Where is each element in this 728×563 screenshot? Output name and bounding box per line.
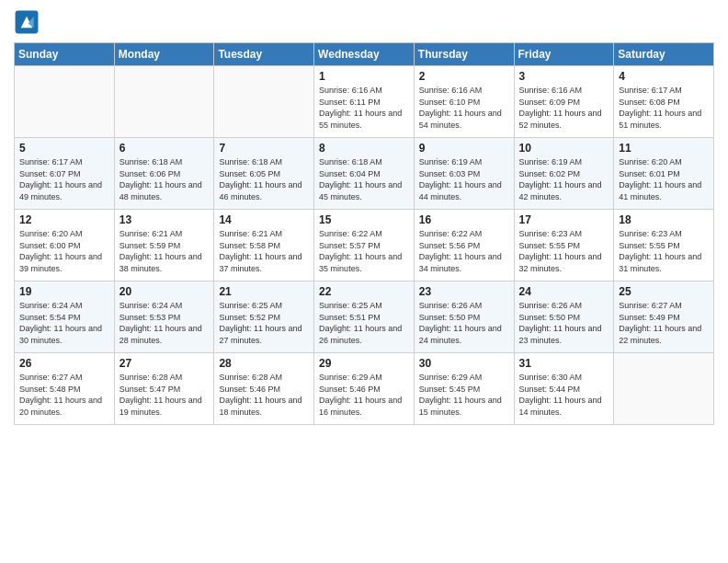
calendar-cell: 8Sunrise: 6:18 AMSunset: 6:04 PMDaylight… xyxy=(314,138,415,210)
day-number: 27 xyxy=(119,357,210,370)
cell-info: Sunrise: 6:22 AMSunset: 5:57 PMDaylight:… xyxy=(319,228,409,274)
calendar-cell: 31Sunrise: 6:30 AMSunset: 5:44 PMDayligh… xyxy=(514,353,614,425)
day-number: 30 xyxy=(419,357,509,370)
calendar-cell: 14Sunrise: 6:21 AMSunset: 5:58 PMDayligh… xyxy=(214,210,314,282)
cell-info: Sunrise: 6:24 AMSunset: 5:54 PMDaylight:… xyxy=(19,300,109,346)
calendar-cell: 3Sunrise: 6:16 AMSunset: 6:09 PMDaylight… xyxy=(514,66,614,138)
cell-info: Sunrise: 6:26 AMSunset: 5:50 PMDaylight:… xyxy=(419,300,509,346)
cell-info: Sunrise: 6:28 AMSunset: 5:46 PMDaylight:… xyxy=(219,372,309,418)
calendar-cell xyxy=(15,66,115,138)
day-number: 29 xyxy=(319,357,409,370)
day-number: 1 xyxy=(319,70,409,83)
calendar-cell: 27Sunrise: 6:28 AMSunset: 5:47 PMDayligh… xyxy=(114,353,214,425)
weekday-header-tuesday: Tuesday xyxy=(214,43,314,66)
cell-info: Sunrise: 6:18 AMSunset: 6:06 PMDaylight:… xyxy=(119,156,210,202)
calendar-cell: 20Sunrise: 6:24 AMSunset: 5:53 PMDayligh… xyxy=(114,282,214,353)
cell-info: Sunrise: 6:16 AMSunset: 6:11 PMDaylight:… xyxy=(319,85,409,131)
day-number: 11 xyxy=(619,142,709,155)
cell-info: Sunrise: 6:17 AMSunset: 6:07 PMDaylight:… xyxy=(19,156,109,202)
day-number: 9 xyxy=(419,142,509,155)
calendar-cell: 10Sunrise: 6:19 AMSunset: 6:02 PMDayligh… xyxy=(514,138,614,210)
cell-info: Sunrise: 6:19 AMSunset: 6:03 PMDaylight:… xyxy=(419,156,509,202)
cell-info: Sunrise: 6:26 AMSunset: 5:50 PMDaylight:… xyxy=(519,300,609,346)
day-number: 23 xyxy=(419,285,509,298)
calendar-cell: 26Sunrise: 6:27 AMSunset: 5:48 PMDayligh… xyxy=(15,353,115,425)
calendar-cell: 29Sunrise: 6:29 AMSunset: 5:46 PMDayligh… xyxy=(314,353,415,425)
day-number: 17 xyxy=(519,213,609,226)
cell-info: Sunrise: 6:23 AMSunset: 5:55 PMDaylight:… xyxy=(519,228,609,274)
day-number: 21 xyxy=(219,285,309,298)
calendar-cell: 13Sunrise: 6:21 AMSunset: 5:59 PMDayligh… xyxy=(114,210,214,282)
page: SundayMondayTuesdayWednesdayThursdayFrid… xyxy=(0,0,728,563)
calendar-cell xyxy=(614,353,714,425)
weekday-header-sunday: Sunday xyxy=(15,43,115,66)
day-number: 4 xyxy=(619,70,709,83)
weekday-header-friday: Friday xyxy=(514,43,614,66)
day-number: 14 xyxy=(219,213,309,226)
cell-info: Sunrise: 6:30 AMSunset: 5:44 PMDaylight:… xyxy=(519,372,609,418)
cell-info: Sunrise: 6:23 AMSunset: 5:55 PMDaylight:… xyxy=(619,228,709,274)
cell-info: Sunrise: 6:24 AMSunset: 5:53 PMDaylight:… xyxy=(119,300,210,346)
day-number: 15 xyxy=(319,213,409,226)
header xyxy=(14,9,714,35)
calendar-cell: 11Sunrise: 6:20 AMSunset: 6:01 PMDayligh… xyxy=(614,138,714,210)
day-number: 13 xyxy=(119,213,210,226)
logo xyxy=(14,9,43,35)
calendar-cell: 12Sunrise: 6:20 AMSunset: 6:00 PMDayligh… xyxy=(15,210,115,282)
calendar-cell xyxy=(114,66,214,138)
calendar-cell: 17Sunrise: 6:23 AMSunset: 5:55 PMDayligh… xyxy=(514,210,614,282)
day-number: 24 xyxy=(519,285,609,298)
day-number: 25 xyxy=(619,285,709,298)
calendar-body: 1Sunrise: 6:16 AMSunset: 6:11 PMDaylight… xyxy=(15,66,714,425)
cell-info: Sunrise: 6:21 AMSunset: 5:59 PMDaylight:… xyxy=(119,228,210,274)
cell-info: Sunrise: 6:28 AMSunset: 5:47 PMDaylight:… xyxy=(119,372,210,418)
day-number: 7 xyxy=(219,142,309,155)
day-number: 31 xyxy=(519,357,609,370)
calendar-week-1: 1Sunrise: 6:16 AMSunset: 6:11 PMDaylight… xyxy=(15,66,714,138)
cell-info: Sunrise: 6:29 AMSunset: 5:46 PMDaylight:… xyxy=(319,372,409,418)
day-number: 22 xyxy=(319,285,409,298)
day-number: 28 xyxy=(219,357,309,370)
calendar-cell: 9Sunrise: 6:19 AMSunset: 6:03 PMDaylight… xyxy=(414,138,514,210)
cell-info: Sunrise: 6:21 AMSunset: 5:58 PMDaylight:… xyxy=(219,228,309,274)
calendar-table: SundayMondayTuesdayWednesdayThursdayFrid… xyxy=(14,42,714,425)
calendar-cell: 30Sunrise: 6:29 AMSunset: 5:45 PMDayligh… xyxy=(414,353,514,425)
day-number: 16 xyxy=(419,213,509,226)
cell-info: Sunrise: 6:20 AMSunset: 6:01 PMDaylight:… xyxy=(619,156,709,202)
day-number: 8 xyxy=(319,142,409,155)
cell-info: Sunrise: 6:25 AMSunset: 5:51 PMDaylight:… xyxy=(319,300,409,346)
calendar-cell: 7Sunrise: 6:18 AMSunset: 6:05 PMDaylight… xyxy=(214,138,314,210)
calendar-week-3: 12Sunrise: 6:20 AMSunset: 6:00 PMDayligh… xyxy=(15,210,714,282)
cell-info: Sunrise: 6:25 AMSunset: 5:52 PMDaylight:… xyxy=(219,300,309,346)
calendar-header-row: SundayMondayTuesdayWednesdayThursdayFrid… xyxy=(15,43,714,66)
calendar-cell xyxy=(214,66,314,138)
day-number: 18 xyxy=(619,213,709,226)
day-number: 6 xyxy=(119,142,210,155)
calendar-cell: 2Sunrise: 6:16 AMSunset: 6:10 PMDaylight… xyxy=(414,66,514,138)
day-number: 10 xyxy=(519,142,609,155)
weekday-header-wednesday: Wednesday xyxy=(314,43,415,66)
day-number: 5 xyxy=(19,142,109,155)
calendar-cell: 24Sunrise: 6:26 AMSunset: 5:50 PMDayligh… xyxy=(514,282,614,353)
day-number: 12 xyxy=(19,213,109,226)
calendar-week-5: 26Sunrise: 6:27 AMSunset: 5:48 PMDayligh… xyxy=(15,353,714,425)
day-number: 19 xyxy=(19,285,109,298)
calendar-cell: 21Sunrise: 6:25 AMSunset: 5:52 PMDayligh… xyxy=(214,282,314,353)
cell-info: Sunrise: 6:27 AMSunset: 5:48 PMDaylight:… xyxy=(19,372,109,418)
weekday-header-thursday: Thursday xyxy=(414,43,514,66)
calendar-cell: 5Sunrise: 6:17 AMSunset: 6:07 PMDaylight… xyxy=(15,138,115,210)
cell-info: Sunrise: 6:19 AMSunset: 6:02 PMDaylight:… xyxy=(519,156,609,202)
day-number: 3 xyxy=(519,70,609,83)
calendar-cell: 18Sunrise: 6:23 AMSunset: 5:55 PMDayligh… xyxy=(614,210,714,282)
calendar-cell: 28Sunrise: 6:28 AMSunset: 5:46 PMDayligh… xyxy=(214,353,314,425)
calendar-cell: 22Sunrise: 6:25 AMSunset: 5:51 PMDayligh… xyxy=(314,282,415,353)
cell-info: Sunrise: 6:16 AMSunset: 6:09 PMDaylight:… xyxy=(519,85,609,131)
calendar-cell: 25Sunrise: 6:27 AMSunset: 5:49 PMDayligh… xyxy=(614,282,714,353)
calendar-cell: 19Sunrise: 6:24 AMSunset: 5:54 PMDayligh… xyxy=(15,282,115,353)
calendar-cell: 4Sunrise: 6:17 AMSunset: 6:08 PMDaylight… xyxy=(614,66,714,138)
weekday-header-monday: Monday xyxy=(114,43,214,66)
calendar-cell: 23Sunrise: 6:26 AMSunset: 5:50 PMDayligh… xyxy=(414,282,514,353)
cell-info: Sunrise: 6:17 AMSunset: 6:08 PMDaylight:… xyxy=(619,85,709,131)
day-number: 2 xyxy=(419,70,509,83)
calendar-cell: 1Sunrise: 6:16 AMSunset: 6:11 PMDaylight… xyxy=(314,66,415,138)
